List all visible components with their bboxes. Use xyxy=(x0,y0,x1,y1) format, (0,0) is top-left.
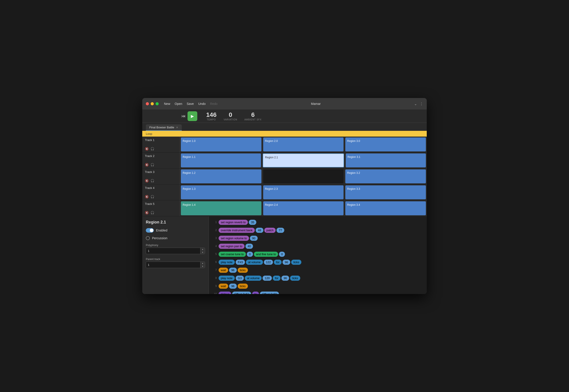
code-line-1: 1set region reverb to35 xyxy=(209,218,427,226)
menu-save[interactable]: Save xyxy=(187,102,194,106)
code-block-7-2[interactable]: 96 xyxy=(229,268,236,273)
tab-final-bowser-battle[interactable]: Final Bowser Battle ✕ xyxy=(146,124,182,131)
code-block-5-2[interactable]: 0 xyxy=(247,252,253,257)
track-area: Track 1🔇🎧Region 1.0Region 2.0Region 3.0T… xyxy=(142,137,427,216)
track-cell-4-1[interactable]: Region 1.3 xyxy=(181,185,262,199)
percussion-label: Percussion xyxy=(152,236,167,240)
parent-track-up[interactable]: ▲ xyxy=(200,262,205,265)
variation-label: VARIATION xyxy=(224,118,237,121)
code-block-1-2[interactable]: 35 xyxy=(249,220,256,225)
headphone-icon[interactable]: 🎧 xyxy=(150,163,154,167)
code-block-5-4[interactable]: 0 xyxy=(279,252,285,257)
menu-new[interactable]: New xyxy=(164,102,170,106)
code-block-1-1[interactable]: set region reverb to xyxy=(219,220,248,225)
parent-track-down[interactable]: ▼ xyxy=(200,265,205,268)
track-cell-4-3[interactable]: Region 3.3 xyxy=(345,185,426,199)
percussion-radio[interactable] xyxy=(146,236,150,240)
code-block-9-3[interactable]: ticks xyxy=(238,284,248,289)
code-block-5-3[interactable]: and fine tune to xyxy=(254,252,278,257)
code-block-6-2[interactable]: F#3 xyxy=(236,260,245,265)
code-block-8-5[interactable]: for xyxy=(273,276,280,281)
track-cell-3-1[interactable]: Region 1.2 xyxy=(181,169,262,183)
menu-undo[interactable]: Undo xyxy=(198,102,205,106)
code-block-8-6[interactable]: 96 xyxy=(281,276,289,281)
code-block-2-4[interactable]: 77 xyxy=(277,228,284,233)
mute-icon[interactable]: 🔇 xyxy=(145,147,149,151)
track-cell-5-2[interactable]: Region 2.4 xyxy=(263,201,344,215)
polyphony-up[interactable]: ▲ xyxy=(200,248,205,251)
code-block-2-1[interactable]: override instrument bank xyxy=(219,228,255,233)
code-block-3-2[interactable]: 90 xyxy=(250,236,257,241)
code-block-8-1[interactable]: play note xyxy=(219,276,235,281)
menu-redo[interactable]: Redo xyxy=(210,102,218,106)
code-block-6-4[interactable]: 122 xyxy=(264,260,273,265)
more-icon[interactable]: ⋮ xyxy=(420,102,423,106)
line-number-10: 10 xyxy=(212,293,217,294)
code-block-3-1[interactable]: set region volume to xyxy=(219,236,249,241)
tempo-value[interactable]: 146 xyxy=(206,111,217,118)
track-cell-1-2[interactable]: Region 2.0 xyxy=(263,138,344,152)
track-header-5: Track 5🔇🎧 xyxy=(142,200,180,216)
close-button[interactable] xyxy=(146,102,149,105)
code-block-8-7[interactable]: ticks xyxy=(290,276,300,281)
polyphony-input[interactable] xyxy=(146,248,200,254)
track-cell-2-1[interactable]: Region 1.1 xyxy=(181,154,261,168)
code-blocks-6: play noteF#3at volume122for96ticks xyxy=(219,260,301,265)
track-cell-1-3[interactable]: Region 3.0 xyxy=(345,138,426,152)
track-cell-4-2[interactable]: Region 2.3 xyxy=(263,185,344,199)
track-cell-2-3[interactable]: Region 3.1 xyxy=(346,154,426,168)
code-block-6-1[interactable]: play note xyxy=(219,260,235,265)
track-cell-5-3[interactable]: Region 3.4 xyxy=(345,201,426,215)
minimize-button[interactable] xyxy=(151,102,154,105)
headphone-icon[interactable]: 🎧 xyxy=(150,211,154,214)
code-block-7-3[interactable]: ticks xyxy=(238,268,248,273)
ambient-value[interactable]: 6 xyxy=(251,111,255,118)
chevron-down-icon[interactable]: ⌄ xyxy=(414,102,417,106)
track-cell-3-2[interactable] xyxy=(263,169,344,183)
line-number-7: 7 xyxy=(212,268,217,272)
parent-track-input[interactable] xyxy=(146,262,200,268)
code-block-9-1[interactable]: wait xyxy=(219,284,228,289)
code-block-8-2[interactable]: G3 xyxy=(236,276,244,281)
code-line-7: 7wait96ticks xyxy=(209,266,427,274)
variation-item: 0 VARIATION xyxy=(224,111,237,121)
mute-icon[interactable]: 🔇 xyxy=(145,163,149,167)
code-block-10-2[interactable]: Offset 0x61 xyxy=(232,292,251,294)
maximize-button[interactable] xyxy=(156,102,159,105)
code-block-7-1[interactable]: wait xyxy=(219,268,228,273)
menu-open[interactable]: Open xyxy=(175,102,182,106)
polyphony-down[interactable]: ▼ xyxy=(200,251,205,254)
enabled-toggle[interactable] xyxy=(146,228,154,233)
code-block-5-1[interactable]: set coarse tune to xyxy=(219,252,246,257)
headphone-icon[interactable]: 🎧 xyxy=(150,179,154,182)
code-block-4-1[interactable]: set region pan to xyxy=(219,244,245,249)
code-block-6-3[interactable]: at volume xyxy=(246,260,263,265)
tab-close-icon[interactable]: ✕ xyxy=(176,126,178,129)
code-block-10-3[interactable]: to xyxy=(252,292,259,294)
code-block-6-7[interactable]: ticks xyxy=(291,260,301,265)
variation-value[interactable]: 0 xyxy=(229,111,232,118)
prev-button[interactable]: ⏮ xyxy=(181,113,186,119)
code-block-6-6[interactable]: 96 xyxy=(282,260,290,265)
code-block-4-2[interactable]: 40 xyxy=(246,244,253,249)
code-block-2-2[interactable]: 48 xyxy=(256,228,263,233)
headphone-icon[interactable]: 🎧 xyxy=(150,195,154,198)
mute-icon[interactable]: 🔇 xyxy=(145,195,149,198)
code-block-8-4[interactable]: 120 xyxy=(263,276,272,281)
track-cell-label-1-2: Region 2.0 xyxy=(265,140,278,142)
mute-icon[interactable]: 🔇 xyxy=(145,179,149,182)
code-editor[interactable]: 1set region reverb to352override instrum… xyxy=(209,216,427,294)
track-cell-5-1[interactable]: Region 1.4 xyxy=(181,201,262,215)
code-block-9-2[interactable]: 96 xyxy=(229,284,236,289)
mute-icon[interactable]: 🔇 xyxy=(145,211,149,214)
play-button[interactable]: ▶ xyxy=(188,111,197,121)
track-cell-1-1[interactable]: Region 1.0 xyxy=(181,138,262,152)
code-block-10-1[interactable]: detour xyxy=(219,292,231,294)
code-block-6-5[interactable]: for xyxy=(274,260,282,265)
headphone-icon[interactable]: 🎧 xyxy=(150,147,154,151)
track-cell-2-2[interactable]: Region 2.1 xyxy=(263,154,344,168)
code-block-10-4[interactable]: Offset 0x69 xyxy=(260,292,279,294)
code-block-8-3[interactable]: at volume xyxy=(245,276,262,281)
code-block-2-3[interactable]: patch xyxy=(264,228,276,233)
track-cell-3-3[interactable]: Region 3.2 xyxy=(345,169,426,183)
